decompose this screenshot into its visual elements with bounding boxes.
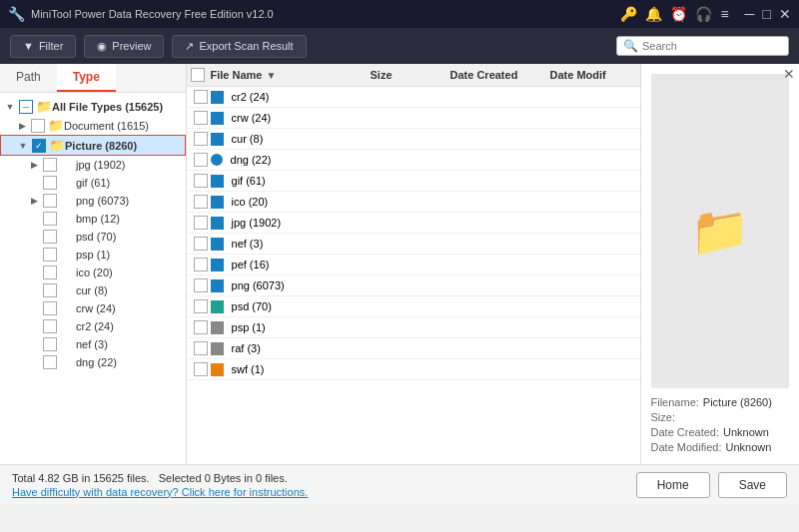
- tree-label-document: Document (1615): [64, 120, 149, 132]
- tree-checkbox-jpg[interactable]: [43, 158, 57, 172]
- tree-item-jpg[interactable]: ▶ jpg (1902): [0, 156, 186, 174]
- list-item[interactable]: jpg (1902): [187, 213, 640, 234]
- row-checkbox[interactable]: [194, 132, 208, 146]
- row-checkbox[interactable]: [194, 299, 208, 313]
- search-input[interactable]: [642, 40, 782, 52]
- list-item[interactable]: dng (22): [187, 150, 640, 171]
- clock-icon[interactable]: ⏰: [670, 6, 687, 22]
- tab-bar: Path Type: [0, 64, 186, 93]
- row-checkbox[interactable]: [194, 341, 208, 355]
- list-item[interactable]: psp (1): [187, 317, 640, 338]
- tree-checkbox-ico[interactable]: [43, 266, 57, 279]
- header-check: [187, 68, 211, 82]
- menu-icon[interactable]: ≡: [720, 6, 728, 22]
- list-item[interactable]: png (6073): [187, 275, 640, 296]
- tree-checkbox-all[interactable]: ─: [19, 100, 33, 114]
- row-checkbox[interactable]: [194, 237, 208, 251]
- tree-checkbox-psd[interactable]: [43, 230, 57, 244]
- list-item[interactable]: gif (61): [187, 171, 640, 192]
- tree-item-bmp[interactable]: ▶ bmp (12): [0, 210, 186, 228]
- tree-checkbox-gif[interactable]: [43, 176, 57, 190]
- key-icon[interactable]: 🔑: [620, 6, 637, 22]
- preview-icon: ◉: [97, 40, 107, 53]
- tree-checkbox-picture[interactable]: ✓: [32, 139, 46, 153]
- row-checkbox[interactable]: [194, 195, 208, 209]
- list-item[interactable]: psd (70): [187, 296, 640, 317]
- list-item[interactable]: ico (20): [187, 192, 640, 213]
- tree-label-bmp: bmp (12): [76, 213, 120, 225]
- row-checkbox[interactable]: [194, 111, 208, 125]
- tree-checkbox-png[interactable]: [43, 194, 57, 208]
- tree-item-cur[interactable]: ▶ cur (8): [0, 281, 186, 299]
- file-list-body: cr2 (24) crw (24) cur (8): [187, 87, 640, 464]
- header-size[interactable]: Size: [371, 69, 450, 81]
- tree-item-psd[interactable]: ▶ psd (70): [0, 228, 186, 246]
- list-item[interactable]: raf (3): [187, 338, 640, 359]
- tree-label-all: All File Types (15625): [52, 101, 163, 113]
- tree-checkbox-crw[interactable]: [43, 301, 57, 315]
- headphones-icon[interactable]: 🎧: [695, 6, 712, 22]
- list-item[interactable]: crw (24): [187, 108, 640, 129]
- header-filename[interactable]: File Name ▼: [211, 69, 371, 81]
- save-button[interactable]: Save: [718, 472, 787, 498]
- tree-checkbox-psp[interactable]: [43, 248, 57, 262]
- preview-button[interactable]: ◉ Preview: [84, 35, 164, 58]
- tree-checkbox-cr2[interactable]: [43, 319, 57, 333]
- tree-item-picture[interactable]: ▼ ✓ 📁 Picture (8260): [0, 135, 186, 156]
- help-link[interactable]: Have difficulty with data recovery? Clic…: [12, 486, 308, 498]
- date-modified-label: Date Modified:: [651, 441, 722, 453]
- file-name: psp (1): [232, 321, 266, 333]
- filter-button[interactable]: ▼ Filter: [10, 35, 76, 58]
- close-panel-button[interactable]: ✕: [783, 66, 795, 82]
- tree-checkbox-cur[interactable]: [43, 283, 57, 297]
- tree-item-crw[interactable]: ▶ crw (24): [0, 299, 186, 317]
- row-checkbox[interactable]: [194, 278, 208, 292]
- file-type-icon: [211, 259, 224, 271]
- file-name: psd (70): [232, 300, 272, 312]
- tree-item-all[interactable]: ▼ ─ 📁 All File Types (15625): [0, 97, 186, 116]
- tree-checkbox-dng[interactable]: [43, 355, 57, 369]
- tree-checkbox-bmp[interactable]: [43, 212, 57, 226]
- maximize-button[interactable]: □: [763, 6, 771, 22]
- list-item[interactable]: swf (1): [187, 359, 640, 380]
- minimize-button[interactable]: ─: [745, 6, 755, 22]
- bell-icon[interactable]: 🔔: [645, 6, 662, 22]
- list-item[interactable]: nef (3): [187, 234, 640, 255]
- tab-type[interactable]: Type: [57, 64, 116, 92]
- file-type-icon: [211, 279, 224, 292]
- list-item[interactable]: cur (8): [187, 129, 640, 150]
- app-icon: 🔧: [8, 6, 25, 22]
- tree-item-png[interactable]: ▶ png (6073): [0, 192, 186, 210]
- row-checkbox[interactable]: [194, 216, 208, 230]
- row-checkbox[interactable]: [194, 174, 208, 188]
- row-checkbox[interactable]: [194, 258, 208, 271]
- tree-item-cr2[interactable]: ▶ cr2 (24): [0, 317, 186, 335]
- row-checkbox[interactable]: [194, 320, 208, 334]
- row-checkbox[interactable]: [194, 90, 208, 104]
- tree-label-cur: cur (8): [76, 284, 108, 296]
- export-button[interactable]: ↗ Export Scan Result: [172, 35, 306, 58]
- list-item[interactable]: cr2 (24): [187, 87, 640, 108]
- tree-item-nef[interactable]: ▶ nef (3): [0, 335, 186, 353]
- tree-item-gif[interactable]: ▶ gif (61): [0, 174, 186, 192]
- file-type-icon: [211, 133, 224, 146]
- tree-checkbox-nef[interactable]: [43, 337, 57, 351]
- row-checkbox[interactable]: [194, 362, 208, 376]
- header-date-modified[interactable]: Date Modif: [550, 69, 640, 81]
- file-name: jpg (1902): [232, 217, 282, 229]
- tree-arrow-png: ▶: [28, 196, 40, 206]
- tree-item-ico[interactable]: ▶ ico (20): [0, 264, 186, 281]
- search-box: 🔍: [616, 36, 789, 56]
- tree-checkbox-document[interactable]: [31, 119, 45, 133]
- tree-item-psp[interactable]: ▶ psp (1): [0, 246, 186, 264]
- row-checkbox[interactable]: [194, 153, 208, 167]
- close-button[interactable]: ✕: [779, 6, 791, 22]
- tab-path[interactable]: Path: [0, 64, 57, 92]
- tree-item-dng[interactable]: ▶ dng (22): [0, 353, 186, 371]
- tree-item-document[interactable]: ▶ 📁 Document (1615): [0, 116, 186, 135]
- home-button[interactable]: Home: [636, 472, 710, 498]
- tree-label-ico: ico (20): [76, 266, 113, 278]
- list-item[interactable]: pef (16): [187, 255, 640, 275]
- header-checkbox[interactable]: [191, 68, 205, 82]
- header-date-created[interactable]: Date Created: [450, 69, 550, 81]
